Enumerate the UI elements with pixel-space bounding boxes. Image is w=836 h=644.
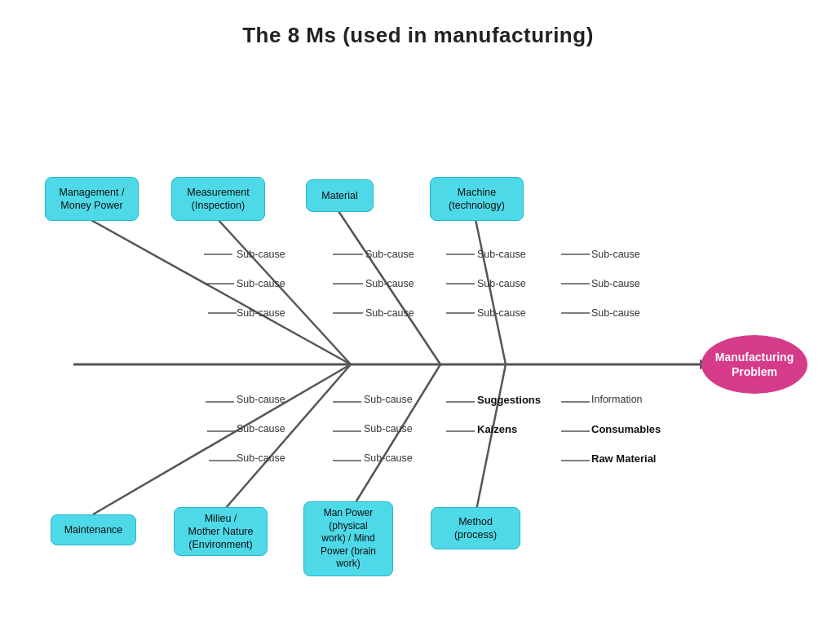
svg-line-9 (476, 364, 506, 514)
subcause-u12: Sub-cause (591, 307, 640, 319)
subcause-b2: Sub-cause (364, 394, 413, 405)
box-measurement: Measurement(Inspection) (171, 177, 265, 221)
svg-line-3 (218, 219, 351, 364)
label-rawmaterial: Raw Material (591, 452, 656, 465)
box-maintenance: Maintenance (51, 514, 136, 545)
page-title: The 8 Ms (used in manufacturing) (0, 0, 836, 48)
subcause-u2: Sub-cause (365, 249, 414, 260)
subcause-u10: Sub-cause (365, 307, 414, 319)
subcause-u11: Sub-cause (477, 307, 526, 319)
subcause-u1: Sub-cause (237, 249, 285, 260)
subcause-u6: Sub-cause (365, 278, 414, 289)
label-information: Information (591, 394, 643, 405)
svg-line-7 (220, 364, 351, 514)
subcause-b6: Sub-cause (364, 452, 413, 464)
box-material: Material (306, 179, 374, 212)
svg-line-8 (348, 364, 440, 514)
box-machine: Machine(technology) (430, 177, 524, 221)
label-kaizens: Kaizens (477, 423, 517, 435)
subcause-u9: Sub-cause (237, 307, 285, 319)
svg-line-6 (93, 364, 351, 514)
effect-ellipse: ManufacturingProblem (701, 335, 807, 394)
subcause-u4: Sub-cause (591, 249, 640, 260)
fishbone-diagram: ManufacturingProblem Management /Money P… (0, 56, 836, 643)
box-method: Method(process) (431, 507, 520, 549)
box-milieu: Milieu /Mother Nature(Environment) (174, 507, 268, 556)
box-manpower: Man Power(physicalwork) / MindPower (bra… (303, 501, 393, 576)
subcause-b3: Sub-cause (237, 423, 285, 434)
subcause-b5: Sub-cause (237, 452, 285, 464)
label-consumables: Consumables (591, 423, 661, 435)
subcause-b4: Sub-cause (364, 423, 413, 434)
subcause-u3: Sub-cause (477, 249, 526, 260)
subcause-u5: Sub-cause (237, 278, 285, 289)
svg-line-5 (476, 219, 506, 364)
box-management: Management /Money Power (45, 177, 139, 221)
svg-line-2 (90, 219, 351, 364)
subcause-u8: Sub-cause (591, 278, 640, 289)
subcause-b1: Sub-cause (237, 394, 285, 405)
label-suggestions: Suggestions (477, 394, 541, 406)
subcause-u7: Sub-cause (477, 278, 526, 289)
